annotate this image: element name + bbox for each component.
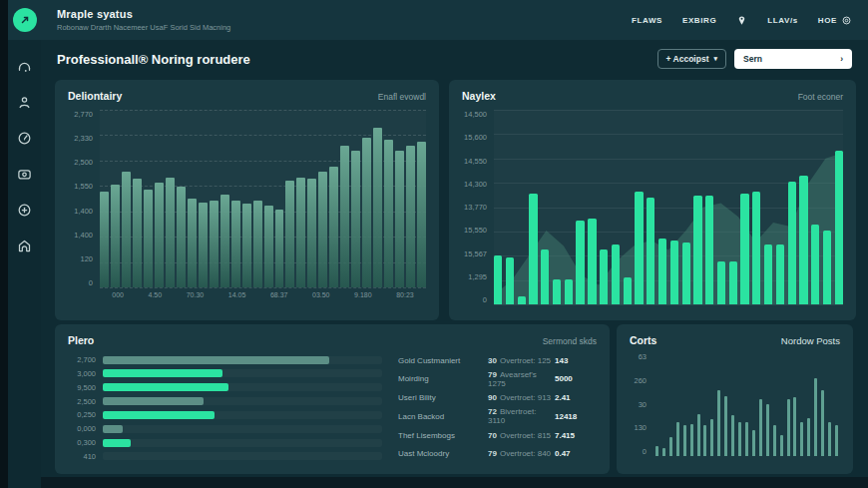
bar	[518, 296, 526, 304]
hbar-track	[103, 383, 382, 391]
row-detail: 79Avearsef's 1275	[488, 370, 555, 388]
gear-icon[interactable]	[841, 15, 852, 26]
axis-label: 9.180	[354, 291, 372, 298]
bar	[823, 231, 831, 304]
headset-icon[interactable]	[17, 59, 32, 74]
axis-label: 68.37	[270, 291, 288, 298]
bar	[710, 419, 713, 456]
axis-label: 120	[80, 254, 93, 263]
row-name: Lacn Backod	[398, 412, 488, 421]
axis-label: 63	[639, 352, 647, 361]
hbar-row: 9,500	[68, 382, 382, 393]
hbar-fill	[103, 425, 123, 433]
bar	[705, 196, 713, 304]
bar	[296, 178, 305, 287]
bar	[697, 414, 700, 456]
hbar-row: 0,250	[68, 409, 382, 420]
brand-block: Mraple syatus Robonaw Drarth Nacemeer Us…	[57, 8, 230, 32]
table-title: Sermond skds	[543, 336, 597, 346]
plus-circle-icon[interactable]	[17, 203, 32, 218]
bar	[231, 201, 240, 287]
bar	[362, 138, 371, 287]
gauge-icon[interactable]	[17, 131, 32, 146]
location-pin-icon[interactable]	[736, 15, 747, 26]
bar	[682, 243, 690, 304]
bar	[307, 179, 316, 287]
y-axis-labels: 63260301300	[630, 352, 653, 456]
row-name: Uast Mcloodry	[398, 449, 488, 458]
send-button[interactable]: Sern ›	[734, 49, 852, 69]
bar	[647, 198, 654, 304]
axis-label: 1,400	[74, 231, 93, 240]
x-axis-labels: 0004.5070.3014.0568.3703.509.18080:23	[68, 291, 426, 298]
row-number: 30	[488, 356, 497, 365]
axis-label: 2,330	[74, 134, 93, 143]
hbar-chart: 2,7003,0009,5002,5000,2500,0000,300410	[68, 350, 382, 462]
panel-title: Deliontairy	[68, 90, 122, 102]
nav-item-flaws[interactable]: FLAWS	[632, 16, 662, 25]
axis-label: 14,550	[464, 157, 487, 166]
row-value: 12418	[555, 412, 597, 421]
bar	[220, 195, 229, 287]
panel-subtitle: Enafl evowdl	[378, 92, 426, 102]
bar	[835, 425, 838, 456]
screen-icon[interactable]	[17, 167, 32, 182]
bar	[814, 378, 817, 456]
bar	[731, 415, 734, 456]
bar	[133, 179, 142, 287]
bar	[329, 167, 338, 287]
bottom-edge-strip	[0, 477, 868, 488]
bar	[264, 206, 273, 287]
axis-label: 1,400	[74, 207, 93, 216]
hbar-track	[103, 356, 382, 364]
nav-item-llavs[interactable]: LLAV/s	[767, 16, 798, 25]
accept-button[interactable]: + Accoipst ▾	[657, 49, 726, 69]
bar	[494, 255, 502, 304]
panel-title: Plero	[68, 334, 94, 346]
page-header: Professionall® Noring rorudere + Accoips…	[41, 40, 868, 78]
row-detail: 30Overtroet: 125	[488, 356, 555, 365]
thin-bars	[653, 352, 840, 456]
bar	[788, 182, 796, 304]
panel-deliontairy: Deliontairy Enafl evowdl 2,7702,3302,500…	[55, 80, 439, 320]
hbar-fill	[103, 397, 204, 405]
axis-label: 1,295	[468, 272, 487, 281]
axis-label: 14,300	[464, 180, 487, 189]
panel-title: Corts	[630, 334, 656, 346]
nav-item-exbirg[interactable]: EXBIRG	[682, 16, 716, 25]
bar	[111, 185, 120, 287]
row-name: Gold Custmaniert	[398, 356, 488, 365]
bar	[373, 128, 382, 287]
axis-label: 30	[639, 400, 647, 409]
hbar-track	[103, 411, 382, 419]
bar	[729, 261, 737, 304]
logo-button[interactable]	[13, 8, 37, 32]
bar	[752, 192, 760, 304]
bar	[635, 192, 643, 304]
axis-label: 2,770	[74, 110, 93, 119]
axis-label: 13,770	[464, 203, 487, 212]
bar	[177, 187, 186, 287]
bar	[752, 430, 755, 456]
bar	[670, 241, 678, 304]
bar	[738, 422, 741, 456]
bar	[122, 172, 131, 287]
bar	[285, 181, 294, 287]
hbar-row: 2,700	[68, 354, 382, 365]
nav-item-hoe[interactable]: HOE	[818, 16, 837, 25]
hbar-fill	[103, 439, 131, 447]
bar	[624, 277, 632, 304]
row-name: Useri Bility	[398, 393, 488, 402]
row-number: 90	[488, 393, 497, 402]
bar	[576, 221, 584, 304]
bar	[506, 257, 514, 304]
bar	[318, 172, 327, 287]
top-nav: FLAWS EXBIRG LLAV/s HOE	[632, 15, 852, 26]
axis-label: 4.50	[149, 291, 163, 298]
table-row: Lacn Backod72Bivertroet: 311012418	[398, 408, 597, 424]
row-detail: 72Bivertroet: 3110	[488, 407, 555, 425]
row-detail: 79Overtroet: 840	[488, 449, 555, 458]
home-icon[interactable]	[17, 239, 32, 253]
grid-line	[494, 304, 843, 305]
user-icon[interactable]	[17, 95, 32, 110]
